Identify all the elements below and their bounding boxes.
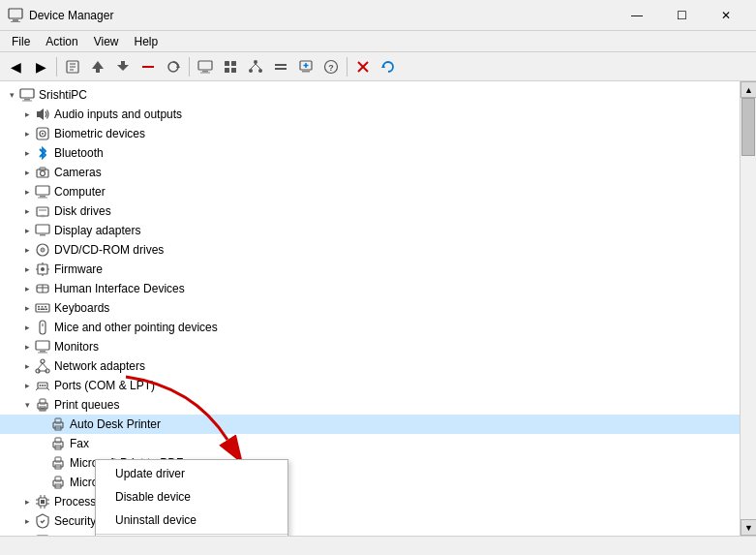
- window-title: Device Manager: [29, 9, 615, 22]
- tree-label-cameras: Cameras: [54, 166, 102, 179]
- mice-icon: [35, 320, 50, 335]
- processors-icon: [35, 494, 50, 509]
- expand-arrow-computer: [19, 184, 35, 200]
- context-menu: Update driver Disable device Uninstall d…: [95, 459, 288, 536]
- scroll-track[interactable]: [741, 98, 756, 519]
- tree-label-biometric: Biometric devices: [54, 127, 145, 140]
- back-button[interactable]: ◀: [4, 55, 27, 78]
- tree-item-keyboards[interactable]: Keyboards: [0, 298, 740, 318]
- computer-node-icon: [35, 184, 50, 200]
- tree-item-root[interactable]: SrishtiPC: [0, 85, 740, 105]
- uninstall-toolbar-button[interactable]: [136, 55, 160, 78]
- monitors-icon: [35, 339, 50, 355]
- minimize-button[interactable]: —: [615, 0, 659, 31]
- context-menu-disable-device[interactable]: Disable device: [96, 485, 287, 509]
- tree-item-firmware[interactable]: Firmware: [0, 260, 740, 279]
- svg-rect-19: [225, 68, 229, 73]
- tree-item-bluetooth[interactable]: Bluetooth: [0, 143, 740, 163]
- tree-item-cameras[interactable]: Cameras: [0, 163, 740, 182]
- svg-rect-32: [302, 71, 310, 73]
- tree-item-sub1[interactable]: Auto Desk Printer: [0, 415, 740, 434]
- tree-label-firmware: Firmware: [54, 262, 103, 276]
- tree-item-printqueues[interactable]: Print queues: [0, 395, 740, 415]
- svg-point-46: [41, 171, 45, 176]
- tree-item-dvd[interactable]: DVD/CD-ROM drives: [0, 240, 740, 260]
- tree-item-ports[interactable]: Ports (COM & LPT): [0, 376, 740, 395]
- svg-rect-69: [38, 306, 40, 308]
- svg-marker-41: [37, 108, 44, 120]
- menu-file[interactable]: File: [4, 33, 38, 50]
- app-icon: [8, 8, 23, 23]
- audio-icon: [35, 107, 50, 122]
- tree-item-biometric[interactable]: Biometric devices: [0, 124, 740, 143]
- tree-item-display[interactable]: Display adapters: [0, 221, 740, 240]
- expand-arrow-disk: [19, 203, 35, 219]
- tree-label-hid: Human Interface Devices: [54, 282, 185, 295]
- dvd-icon: [35, 242, 50, 258]
- menu-help[interactable]: Help: [127, 33, 166, 50]
- add-legacy-button[interactable]: [294, 55, 318, 78]
- software-icon: [35, 533, 50, 536]
- printer-sub1-icon: [50, 416, 66, 432]
- properties-button[interactable]: [61, 55, 84, 78]
- expand-arrow-hid: [19, 281, 35, 296]
- help-toolbar-button[interactable]: ?: [319, 55, 343, 78]
- tree-item-monitors[interactable]: Monitors: [0, 337, 740, 356]
- resource-by-type-button[interactable]: [269, 55, 292, 78]
- computer-icon: [19, 87, 35, 103]
- svg-rect-39: [24, 99, 30, 101]
- svg-rect-77: [40, 351, 45, 353]
- tree-label-network: Network adapters: [54, 359, 145, 373]
- svg-rect-68: [36, 304, 49, 312]
- svg-text:?: ?: [328, 63, 334, 73]
- context-menu-update-driver[interactable]: Update driver: [96, 462, 287, 485]
- svg-line-24: [251, 64, 256, 69]
- device-by-connection-button[interactable]: [244, 55, 267, 78]
- svg-point-58: [42, 249, 44, 251]
- scroll-thumb[interactable]: [741, 98, 755, 156]
- expand-arrow-printqueues: [19, 397, 35, 413]
- menu-action[interactable]: Action: [38, 33, 85, 50]
- forward-button[interactable]: ▶: [29, 55, 52, 78]
- context-menu-sep-1: [96, 534, 287, 535]
- scan-hardware-button[interactable]: [162, 55, 185, 78]
- tree-item-computer[interactable]: Computer: [0, 182, 740, 201]
- title-bar: Device Manager — ☐ ✕: [0, 0, 756, 31]
- tree-label-dvd: DVD/CD-ROM drives: [54, 243, 164, 257]
- expand-arrow-sub3: [35, 455, 50, 471]
- device-by-type-button[interactable]: [219, 55, 242, 78]
- print-icon: [35, 397, 50, 413]
- scroll-down-button[interactable]: ▼: [741, 519, 756, 536]
- svg-rect-72: [38, 309, 40, 311]
- tree-item-mice[interactable]: Mice and other pointing devices: [0, 318, 740, 337]
- svg-rect-76: [36, 341, 49, 350]
- close-button[interactable]: ✕: [704, 0, 748, 31]
- computer-toolbar-button[interactable]: [194, 55, 217, 78]
- printer-sub2-icon: [50, 436, 66, 451]
- svg-rect-2: [11, 21, 20, 22]
- svg-rect-18: [231, 61, 236, 66]
- cancel-button[interactable]: [351, 55, 375, 78]
- context-menu-uninstall-device[interactable]: Uninstall device: [96, 509, 287, 532]
- tree-item-sub2[interactable]: Fax: [0, 434, 740, 453]
- svg-line-90: [47, 388, 49, 390]
- vertical-scrollbar[interactable]: ▲ ▼: [740, 81, 756, 536]
- network-icon: [35, 358, 50, 374]
- tree-item-network[interactable]: Network adapters: [0, 356, 740, 376]
- device-tree[interactable]: SrishtiPC Audio inputs and outputs: [0, 81, 740, 536]
- rollback-button[interactable]: [111, 55, 135, 78]
- svg-point-21: [254, 60, 257, 64]
- svg-rect-73: [41, 309, 45, 311]
- update-driver-toolbar-button[interactable]: [86, 55, 109, 78]
- svg-rect-51: [37, 207, 48, 216]
- svg-rect-40: [22, 101, 32, 102]
- expand-arrow-mice: [19, 320, 35, 335]
- scroll-up-button[interactable]: ▲: [741, 81, 756, 98]
- tree-item-hid[interactable]: Human Interface Devices: [0, 279, 740, 298]
- bluetooth-icon: [35, 145, 50, 161]
- refresh-toolbar-button[interactable]: [377, 55, 400, 78]
- tree-item-disk[interactable]: Disk drives: [0, 201, 740, 221]
- menu-view[interactable]: View: [86, 33, 127, 50]
- tree-item-audio[interactable]: Audio inputs and outputs: [0, 105, 740, 124]
- maximize-button[interactable]: ☐: [659, 0, 704, 31]
